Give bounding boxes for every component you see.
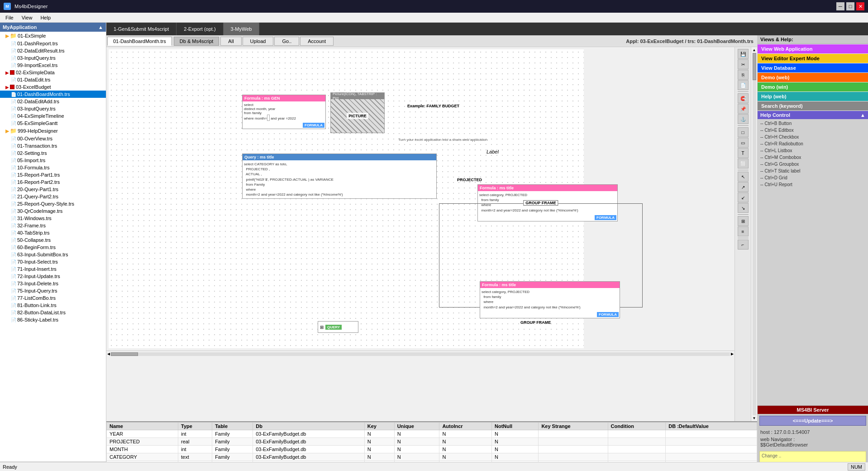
tree-item-02-setting-trs[interactable]: 📄02-Setting.trs — [0, 149, 106, 157]
help-item[interactable]: -- Ctrl+T Static label — [758, 168, 867, 174]
btn-upload[interactable]: Upload — [243, 37, 274, 46]
tree-item-03-inputquery-trs[interactable]: 📄03-InputQuery.trs — [0, 105, 106, 112]
scroll-left-arrow[interactable]: ◀ — [107, 352, 110, 356]
help-item[interactable]: -- Ctrl+D Grid — [758, 174, 867, 181]
tree-item-30-qrcodeimage-trs[interactable]: 📄30-QrCodeImage.trs — [0, 207, 106, 215]
tree-item-63-input-submitbox-trs[interactable]: 📄63-Input-SubmitBox.trs — [0, 251, 106, 258]
tool-copy[interactable]: ⎘ — [738, 70, 749, 80]
help-item[interactable]: -- Ctrl+R Radiobutton — [758, 140, 867, 147]
tool-rect2[interactable]: ▭ — [738, 138, 749, 148]
tree-item-02-exsimpledata[interactable]: ▶02-ExSimpleData — [0, 69, 106, 76]
tool-arrow-br[interactable]: ↘ — [738, 203, 749, 213]
tool-arrow-bl[interactable]: ↙ — [738, 192, 749, 202]
tool-cut[interactable]: ✂ — [738, 59, 749, 69]
scroll-down-arrow[interactable]: ▼ — [753, 416, 756, 420]
formula-widget-3[interactable]: Formula : ms title select category, PROJ… — [480, 281, 620, 318]
help-expand-icon[interactable]: ▲ — [860, 112, 865, 118]
tool-grid[interactable]: ⊞ — [738, 216, 749, 226]
scroll-thumb-v[interactable] — [753, 53, 756, 80]
menu-file[interactable]: File — [2, 14, 17, 21]
tab-export[interactable]: 2-Export (opt.) — [176, 23, 223, 35]
tree-item-32-frame-trs[interactable]: 📄32-Frame.trs — [0, 222, 106, 229]
tree-item-01-transaction-trs[interactable]: 📄01-Transaction.trs — [0, 142, 106, 149]
maximize-button[interactable]: □ — [846, 2, 854, 10]
tree-item-15-report-part1-trs[interactable]: 📄15-Report-Part1.trs — [0, 171, 106, 178]
tool-anchor[interactable]: ⚓ — [738, 114, 749, 124]
help-item[interactable]: -- Ctrl+M Combobox — [758, 154, 867, 161]
btn-all[interactable]: All — [220, 37, 241, 46]
tool-text[interactable]: T — [738, 148, 749, 158]
tree-item-20-query-part1-trs[interactable]: 📄20-Query-Part1.trs — [0, 186, 106, 193]
sub-tab-dashboard[interactable]: 01-DashBoardMonth.trs — [107, 37, 172, 46]
tool-pin[interactable]: 📌 — [738, 104, 749, 114]
tree-item-16-report-part2-trs[interactable]: 📄16-Report-Part2.trs — [0, 178, 106, 186]
tree-item-81-button-link-trs[interactable]: 📄81-Button-Link.trs — [0, 302, 106, 309]
tree-item-21-query-part2-trs[interactable]: 📄21-Query-Part2.trs — [0, 193, 106, 200]
tree-item-99-importexcel-trs[interactable]: 📄99-ImportExcel.trs — [0, 62, 106, 69]
tree-item-02-dataeditadd-trs[interactable]: 📄02-DataEditAdd.trs — [0, 98, 106, 105]
tree-item-70-input-select-trs[interactable]: 📄70-Input-Select.trs — [0, 258, 106, 265]
tool-rect1[interactable]: □ — [738, 127, 749, 137]
tab-myweb[interactable]: 3-MyWeb — [224, 23, 260, 35]
minimize-button[interactable]: ─ — [836, 2, 844, 10]
tree-item-82-button-datalist-trs[interactable]: 📄82-Button-DataList.trs — [0, 309, 106, 316]
tree-item-01-dashreport-trs[interactable]: 📄01-DashReport.trs — [0, 40, 106, 47]
tree-item-02-dataeditresult-trs[interactable]: 📄02-DataEditResult.trs — [0, 47, 106, 54]
tool-save[interactable]: 💾 — [738, 49, 749, 59]
tree-item-05-import-trs[interactable]: 📄05-Import.trs — [0, 157, 106, 164]
tree-item-25-report-query-style-trs[interactable]: 📄25-Report-Query-Style.trs — [0, 200, 106, 207]
canvas-v-scrollbar[interactable]: ▲ ▼ — [751, 47, 757, 421]
help-item[interactable]: -- Ctrl+L Listbox — [758, 147, 867, 154]
btn-go[interactable]: Go.. — [274, 37, 299, 46]
tree-item-73-input-delete-trs[interactable]: 📄73-Input-Delete.trs — [0, 280, 106, 287]
scroll-thumb-h[interactable] — [111, 352, 138, 356]
update-button[interactable]: <===Update===> — [759, 416, 866, 426]
tab-gen-submit[interactable]: 1-Gen&Submit Ms4script — [106, 23, 176, 35]
scroll-track-v[interactable] — [753, 53, 756, 415]
tree-item-71-input-insert-trs[interactable]: 📄71-Input-Insert.trs — [0, 265, 106, 273]
tool-paste[interactable]: 📄 — [738, 80, 749, 90]
picture-widget[interactable]: Picture(ICON), TABSTRIP : Pict PICTURE — [330, 92, 385, 133]
tree-item-03-excelbudget[interactable]: ▶03-ExcelBudget — [0, 83, 106, 91]
help-item[interactable]: -- Ctrl+H Checkbox — [758, 134, 867, 140]
tree-item-03-inputquery-trs[interactable]: 📄03-InputQuery.trs — [0, 54, 106, 62]
btn-view-web[interactable]: View Web Application — [758, 44, 868, 53]
btn-view-editor[interactable]: View Editor Expert Mode — [758, 54, 868, 63]
menu-help[interactable]: Help — [37, 14, 54, 21]
tool-arrow-tr[interactable]: ↗ — [738, 182, 749, 192]
tree-item-999-helpdesigner[interactable]: ▶📁999-HelpDesigner — [0, 127, 106, 135]
help-item[interactable]: -- Ctrl+U Report — [758, 181, 867, 188]
close-button[interactable]: ✕ — [856, 2, 864, 10]
tree-item-50-collapse-trs[interactable]: 📄50-Collapse.trs — [0, 236, 106, 244]
query-widget-small[interactable]: ⊞ QUERY — [318, 321, 358, 333]
tool-corner[interactable]: ⌐ — [738, 240, 749, 250]
tool-list[interactable]: ≡ — [738, 226, 749, 236]
btn-search[interactable]: Search (keyword) — [758, 101, 868, 111]
tree-item-10-formula-trs[interactable]: 📄10-Formula.trs — [0, 164, 106, 171]
tree-item-40-tabstrip-trs[interactable]: 📄40-TabStrip.trs — [0, 229, 106, 236]
menu-view[interactable]: View — [18, 14, 36, 21]
tree-item-60-beginform-trs[interactable]: 📄60-BeginForm.trs — [0, 244, 106, 251]
bottom-table-scroll[interactable]: NameTypeTableDbKeyUniqueAutoIncrNotNullK… — [106, 422, 757, 465]
design-canvas[interactable]: Formula : ms GEN select distinct month, … — [109, 49, 584, 348]
btn-demo-win[interactable]: Demo (win) — [758, 82, 868, 91]
btn-demo-web[interactable]: Demo (web) — [758, 73, 868, 82]
tree-item-75-input-query-trs[interactable]: 📄75-Input-Query.trs — [0, 287, 106, 294]
tree-item-04-exsimpletimeline[interactable]: 📄04-ExSimpleTimeline — [0, 112, 106, 120]
sub-tab-db[interactable]: Db & Ms4script — [174, 37, 219, 46]
tree-item-01-dataedit-trs[interactable]: 📄01-DataEdit.trs — [0, 76, 106, 83]
formula-widget-1[interactable]: Formula : ms GEN select distinct month, … — [242, 95, 326, 129]
sidebar-expand-btn[interactable]: ▲ — [98, 24, 103, 30]
tree-item-72-input-update-trs[interactable]: 📄72-Input-Update.trs — [0, 273, 106, 280]
tool-magnet[interactable]: 🧲 — [738, 93, 749, 103]
tree-item-31-windows-trs[interactable]: 📄31-Windows.trs — [0, 215, 106, 222]
scroll-up-arrow[interactable]: ▲ — [753, 48, 756, 52]
tree-item-05-exsimplegantt[interactable]: 📄05-ExSimpleGantt — [0, 120, 106, 127]
tree-item-77-listcombo-trs[interactable]: 📄77-ListComBo.trs — [0, 294, 106, 302]
scroll-track-h[interactable] — [111, 352, 730, 356]
tool-arrow-tl[interactable]: ↖ — [738, 172, 749, 182]
canvas-scroll[interactable]: Formula : ms GEN select distinct month, … — [106, 47, 734, 421]
help-item[interactable]: -- Ctrl+B Button — [758, 120, 867, 127]
tree-item-01-exsimple[interactable]: ▶📁01-ExSimple — [0, 32, 106, 40]
tool-rect3[interactable]: ⬜ — [738, 159, 749, 168]
